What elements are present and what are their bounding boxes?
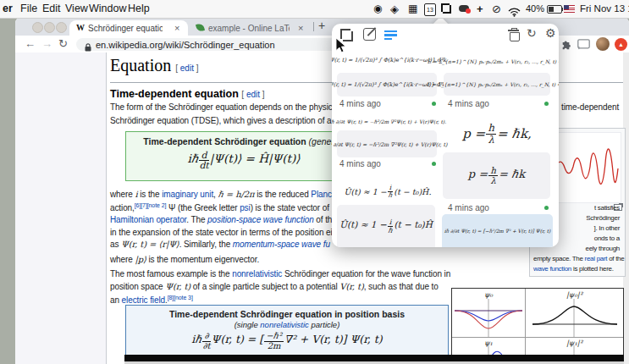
heading-text: Equation	[110, 56, 171, 74]
sync-icon[interactable]: ↻	[527, 26, 537, 40]
wiki-link[interactable]: psi	[240, 203, 250, 212]
edit-link[interactable]: edit	[180, 63, 194, 73]
snip-original[interactable]: p =hλ= ℏk,	[444, 118, 550, 150]
tab-overleaf[interactable]: example - Online LaTeX Editor ×	[190, 20, 312, 36]
do-not-disturb-icon[interactable]: ⊘	[492, 3, 501, 15]
cloud-app-icon[interactable]	[459, 5, 469, 12]
text: where	[110, 190, 135, 199]
text: position space	[110, 282, 165, 291]
snip-timestamp: 4 mins ago	[448, 203, 489, 212]
subsection-heading: Time-dependent equation [ edit ]	[110, 88, 265, 100]
eq-part: (t − t₀)Ĥ	[394, 219, 432, 229]
eq-den: ∂t	[202, 342, 210, 351]
close-window-button[interactable]	[32, 22, 43, 33]
edit-link[interactable]: edit	[246, 90, 260, 99]
wiki-link[interactable]: imaginary unit	[162, 190, 213, 199]
dropbox-icon[interactable]: ◈	[390, 3, 399, 15]
wiki-link[interactable]: nonrelativistic	[232, 269, 282, 279]
snip-original[interactable]: Û(t) ≈ 1 −iℏ(t − t₀)Ĥ.	[337, 180, 439, 202]
tab-wikipedia[interactable]: W Schrödinger equation - Wikipe ×	[69, 20, 188, 36]
text: is the	[138, 190, 163, 199]
snip-menubar-icon[interactable]	[441, 3, 451, 14]
paragraph-line: Schrödinger equation (TDSE), which gives…	[110, 116, 338, 125]
menu-edit[interactable]: Edit	[42, 3, 61, 14]
battery-percent: 40%	[526, 3, 544, 14]
text: time-dependent	[561, 102, 619, 112]
wiki-link[interactable]: Hamiltonian operator	[110, 215, 186, 224]
snip-render[interactable]: iℏ ∂/∂t Ψ(r, t) = −ℏ²/2m ∇²Ψ(r, t) + V(r…	[337, 130, 437, 157]
close-tab-icon[interactable]: ×	[298, 23, 303, 33]
snip-timestamp: 4 mins ago	[448, 99, 489, 108]
wifi-icon[interactable]	[508, 5, 521, 20]
close-tab-icon[interactable]: ×	[174, 23, 179, 33]
eq-part: Û(t) ≈ 1 −	[339, 219, 387, 229]
screen-cast-icon[interactable]	[577, 38, 590, 53]
reference-link[interactable]: [8][note 3]	[168, 295, 193, 301]
profile-avatar[interactable]	[596, 37, 610, 51]
snip-original[interactable]: iℏ ∂/∂t Ψ(r, t) = −ℏ²/2m ∇²Ψ(r, t) + V(r…	[337, 115, 439, 128]
wiki-link[interactable]: wave function	[533, 265, 571, 273]
trash-icon[interactable]	[509, 28, 518, 40]
window-panes-icon[interactable]: ▦	[408, 3, 417, 14]
menu-view[interactable]: View	[65, 3, 88, 14]
paragraph-line: an electric field.[8][note 3]	[110, 295, 193, 305]
new-tab-button[interactable]: +	[318, 19, 325, 32]
record-icon[interactable]: ◉	[373, 3, 382, 14]
text: . Similarly, the	[179, 240, 233, 249]
section-heading: Equation [ edit ]	[110, 56, 198, 75]
forward-button[interactable]: →	[41, 37, 52, 50]
plus-menu-icon[interactable]: +	[477, 3, 483, 15]
text: Schrödinger equation for the wave functi…	[282, 269, 450, 279]
snip-render[interactable]: p =hλ= ℏk	[443, 152, 550, 199]
snip-original[interactable]: E = Σ_{n=1}^{N} pₙ·pₙ/2mₙ + V(r₁, r₂, …,…	[445, 53, 550, 69]
calendar-icon[interactable]: 13	[424, 3, 436, 16]
back-button[interactable]: ←	[25, 37, 36, 50]
minimize-window-button[interactable]	[44, 22, 55, 33]
menubar-clock[interactable]: Fri Nov 13 15:5	[580, 3, 629, 14]
snip-render[interactable]: Ψ(r, t) = 1/(√2π)³ ∫ Φ(k)e^{i(k·r−ωt)} d…	[337, 73, 437, 97]
snip-render[interactable]: E = Σ_{n=1}^{N} pₙ·pₙ/2mₙ + V(r₁, r₂, …,…	[444, 73, 550, 96]
wiki-link[interactable]: real part	[585, 255, 608, 262]
eq-den: ℏ	[388, 192, 393, 199]
menu-file[interactable]: File	[20, 3, 37, 14]
zoom-window-button[interactable]	[56, 22, 67, 33]
wiki-link[interactable]: electric field	[122, 295, 165, 305]
box-subtitle: (single nonrelativistic particle)	[126, 320, 448, 329]
grid-divider	[452, 337, 623, 338]
wiki-link[interactable]: position-space wave function	[207, 215, 314, 224]
snip-render[interactable]: Û(t) ≈ 1 −iℏ(t − t₀)Ĥ	[337, 205, 435, 247]
reload-button[interactable]: ↻	[58, 37, 68, 50]
equation-text: E = Σ_{n=1}^{N} pₙ·pₙ/2mₙ + V(r₁, r₂, …,…	[427, 81, 559, 87]
plot-label: ψ₀	[452, 290, 525, 299]
compose-icon[interactable]	[363, 28, 376, 41]
bracket: ]	[260, 90, 265, 99]
flag-icon[interactable]	[564, 5, 575, 13]
wiki-link[interactable]: nonrelativistic	[260, 320, 309, 329]
menu-help[interactable]: Help	[128, 3, 150, 14]
overleaf-leaf-icon	[196, 24, 204, 33]
eq-den: λ	[488, 176, 498, 185]
reference-link[interactable]: [6][7][note 2]	[135, 202, 167, 208]
text: empty space. The	[533, 255, 585, 262]
app-menu-partial[interactable]: er	[3, 3, 13, 14]
paragraph-line: where |p⟩ is the momentum eigenvector.	[110, 255, 259, 264]
snip-original[interactable]: Ψ(r, t) = 1/(√2π)³ ∫ Φ(k)e^{i(k·r−ωt)} d…	[337, 51, 439, 69]
extensions-puzzle-icon[interactable]	[560, 38, 571, 53]
wikipedia-favicon: W	[76, 23, 85, 32]
sync-status-dot	[544, 206, 549, 210]
stationary-states-figure[interactable]: ψ₀ |ψ₀|² ψ₁ |ψ₁|²	[451, 288, 624, 364]
wiki-link[interactable]: momentum-space wave fu	[233, 240, 330, 249]
math-inline: |p⟩	[135, 255, 146, 264]
psi0-plot	[452, 299, 525, 337]
tdse-position-basis-box: Time-dependent Schrödinger equation in p…	[125, 305, 449, 359]
gear-icon[interactable]: ⚙	[545, 26, 556, 40]
text: The most famous example is the	[110, 269, 232, 279]
text: an	[110, 295, 122, 305]
paragraph-line: action,[6][7][note 2] Ψ (the Greek lette…	[110, 202, 329, 212]
menu-window[interactable]: Window	[89, 3, 126, 14]
snip-render-selected[interactable]: iℏ ∂/∂t Ψ(r, t) = [−ℏ²/2m ∇² + V(r, t)] …	[442, 214, 553, 247]
eq-part: iℏ	[187, 152, 198, 165]
red-extension-icon[interactable]: ▲	[615, 38, 627, 51]
eq-part: Ψ(r, t) = [	[212, 333, 264, 345]
text: The form of the Schrödinger equation dep…	[110, 102, 339, 112]
